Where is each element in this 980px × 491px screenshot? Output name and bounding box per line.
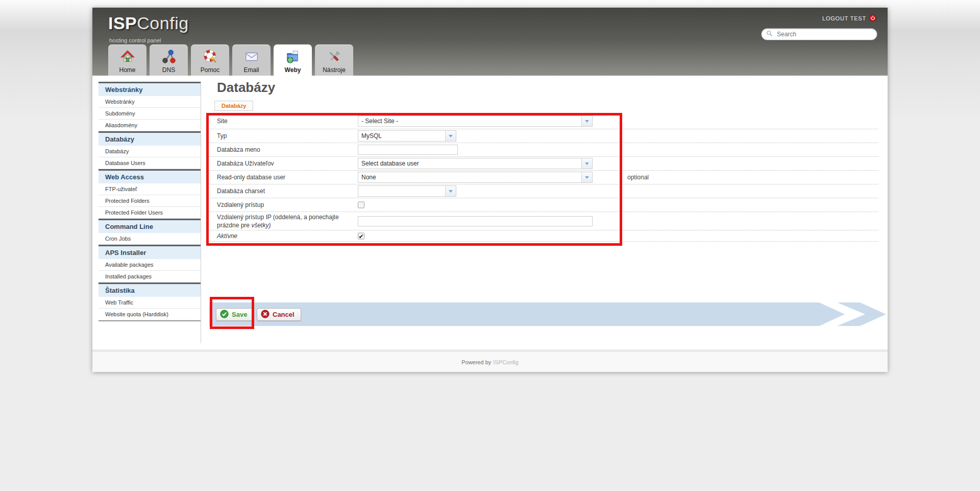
field-label: Vzdialený prístup <box>217 201 354 209</box>
form-row-vzdialen: Vzdialený prístup <box>209 198 878 212</box>
sidebar-item-datab-zy[interactable]: Databázy <box>99 146 201 157</box>
sidebar-item-installed-packages[interactable]: Installed packages <box>99 271 201 283</box>
sidebar-section-web-access: Web Access <box>99 169 201 183</box>
logout-button[interactable]: LOGOUT TEST <box>822 14 876 22</box>
form-row-site: Site- Select Site - <box>209 113 878 129</box>
sidebar-item-aliasdom-ny[interactable]: Aliasdomény <box>99 120 201 131</box>
select-value: Select database user <box>358 158 581 169</box>
home-icon <box>120 48 135 66</box>
sidebar-section-webstr-nky: Webstránky <box>99 82 201 96</box>
form-row-datab-za: Databáza UžívateľovSelect database user <box>209 157 878 171</box>
datab-za-charset-select[interactable] <box>358 185 456 197</box>
footer-brand: ISPConfig <box>493 359 519 365</box>
app-tagline: hosting control panel <box>109 37 161 43</box>
sidebar-item-website-quota-harddisk[interactable]: Website quota (Harddisk) <box>99 309 201 320</box>
field-label: Databáza Užívateľov <box>217 159 354 168</box>
field-label: Read-only database user <box>217 173 354 181</box>
form-row-vzdialen: Vzdialený prístup IP (oddelená, a ponech… <box>209 212 878 230</box>
tab-n-stroje[interactable]: Nástroje <box>315 44 353 76</box>
field-label: Site <box>217 117 354 125</box>
search-box <box>761 28 877 40</box>
tab-databazy[interactable]: Databázy <box>214 101 253 111</box>
sidebar-item-protected-folders[interactable]: Protected Folders <box>99 195 201 207</box>
akt-vne-checkbox[interactable]: ✔ <box>358 232 364 239</box>
select-value <box>358 186 445 196</box>
tab-label: Nástroje <box>323 66 346 74</box>
sidebar-item-database-users[interactable]: Database Users <box>99 157 201 169</box>
vzdialen-pr-stup-ip-oddelen-a-ponechajte-pr-zdne-pre-input[interactable] <box>358 216 593 226</box>
chevron-down-icon <box>445 186 456 196</box>
sidebar-item-subdom-ny[interactable]: Subdomény <box>99 108 201 120</box>
read-only-database-user-select[interactable]: None <box>358 172 593 183</box>
form-row-read-only: Read-only database userNoneoptional <box>209 171 878 184</box>
tab-label: Home <box>119 66 135 74</box>
select-value: - Select Site - <box>358 116 581 126</box>
chevron-down-icon <box>581 158 592 169</box>
datab-za-meno-input[interactable] <box>358 145 458 155</box>
app-header: ISPConfig hosting control panel LOGOUT T… <box>92 8 888 76</box>
help-icon <box>203 48 218 66</box>
logout-label: LOGOUT TEST <box>822 15 866 21</box>
logo-rest: Config <box>137 13 188 33</box>
logo-bold: ISP <box>108 13 137 33</box>
tab-email[interactable]: Email <box>232 44 271 76</box>
form-row-typ: TypMySQL <box>209 129 878 143</box>
cancel-label: Cancel <box>273 311 295 318</box>
sidebar-section-datab-zy: Databázy <box>99 131 201 146</box>
save-button[interactable]: Save <box>216 308 254 321</box>
save-label: Save <box>232 311 247 318</box>
page-title: Databázy <box>217 80 275 96</box>
tab-label: Weby <box>285 66 301 74</box>
chevron-down-icon <box>581 116 592 126</box>
powered-by-label: Powered by <box>461 359 491 365</box>
form-row-datab-za: Databáza meno <box>209 143 878 157</box>
sidebar-section-aps-installer: APS Installer <box>99 245 201 259</box>
tab-dns[interactable]: DNS <box>150 44 188 76</box>
sidebar-item-webstr-nky[interactable]: Webstránky <box>99 96 201 108</box>
site-select[interactable]: - Select Site - <box>358 115 593 127</box>
field-label: Aktívne <box>217 231 354 240</box>
dns-icon <box>161 48 177 66</box>
search-input[interactable] <box>776 30 872 38</box>
button-band <box>209 302 845 326</box>
tab-weby[interactable]: Weby <box>274 44 312 76</box>
field-label: Databáza charset <box>217 187 354 195</box>
field-label: Databáza meno <box>217 146 354 154</box>
sidebar: WebstránkyWebstránkySubdoményAliasdomény… <box>99 82 201 321</box>
tab-label: DNS <box>162 66 175 74</box>
tab-pomoc[interactable]: Pomoc <box>191 44 229 76</box>
field-label: Vzdialený prístup IP (oddelená, a ponech… <box>217 213 354 229</box>
typ-select[interactable]: MySQL <box>358 130 456 142</box>
web-icon <box>285 48 301 66</box>
chevron-down-icon <box>581 172 592 182</box>
app-footer: Powered by ISPConfig <box>92 349 888 372</box>
sidebar-item-available-packages[interactable]: Available packages <box>99 259 201 271</box>
optional-note: optional <box>627 174 649 181</box>
sidebar-section-tatistika: Štatistika <box>99 283 201 297</box>
vzdialen-pr-stup-checkbox[interactable] <box>358 202 364 208</box>
select-value: MySQL <box>358 131 445 141</box>
select-value: None <box>358 172 581 182</box>
app-logo: ISPConfig <box>108 13 189 33</box>
app-window: ISPConfig hosting control panel LOGOUT T… <box>92 8 888 372</box>
tab-home[interactable]: Home <box>108 44 146 76</box>
sidebar-divider <box>201 82 201 343</box>
sidebar-item-cron-jobs[interactable]: Cron Jobs <box>99 233 201 245</box>
tab-label: Email <box>243 66 259 74</box>
tools-icon <box>327 48 342 66</box>
search-icon <box>766 30 773 39</box>
content-area: WebstránkyWebstránkySubdoményAliasdomény… <box>92 76 888 349</box>
database-form: Site- Select Site -TypMySQLDatabáza meno… <box>209 113 878 242</box>
save-check-icon <box>220 310 229 320</box>
email-icon <box>244 48 259 66</box>
sidebar-item-web-traffic[interactable]: Web Traffic <box>99 297 201 309</box>
main-tab-bar: HomeDNSPomocEmailWebyNástroje <box>108 44 353 76</box>
form-row-datab-za: Databáza charset <box>209 184 878 198</box>
datab-za-u-vate-ov-select[interactable]: Select database user <box>358 158 593 169</box>
cancel-x-icon <box>261 310 270 320</box>
sidebar-item-protected-folder-users[interactable]: Protected Folder Users <box>99 207 201 219</box>
field-label: Typ <box>217 132 354 140</box>
sidebar-section-command-line: Command Line <box>99 219 201 233</box>
sidebar-item-ftp-u-ivate[interactable]: FTP-uživateľ <box>99 183 201 195</box>
cancel-button[interactable]: Cancel <box>257 308 301 321</box>
